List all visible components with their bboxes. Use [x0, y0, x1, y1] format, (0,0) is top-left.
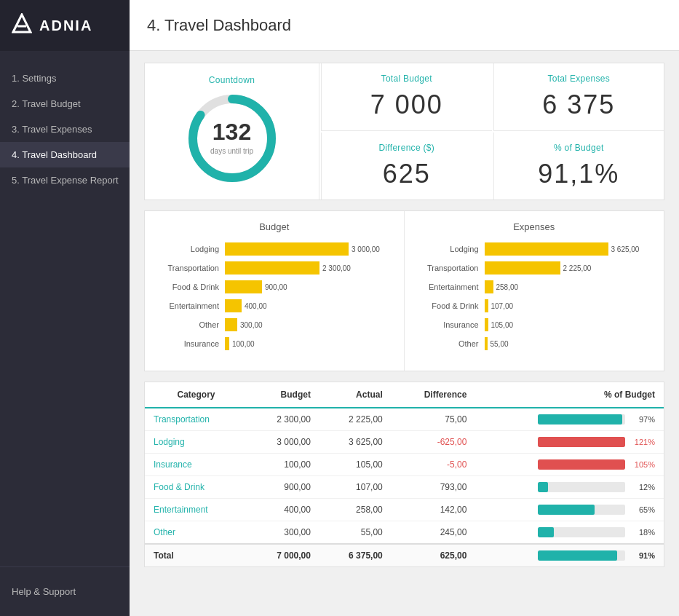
bar-value-label: 2 225,00	[563, 264, 592, 272]
col-pct-budget: % of Budget	[475, 382, 664, 408]
total-cell-0: Total	[145, 544, 247, 566]
bar-fill	[225, 280, 262, 293]
countdown-center: 132 days until trip	[210, 120, 253, 157]
bar-container: 107,00	[485, 299, 650, 312]
total-budget-card: Total Budget 7 000	[321, 63, 492, 131]
pct-budget-label: % of Budget	[509, 143, 650, 153]
table-body: Transportation2 300,002 225,0075,0097%Lo…	[145, 408, 664, 566]
bar-row: Lodging3 625,00	[419, 242, 650, 256]
logo-text: ADNIA	[39, 17, 92, 34]
total-budget-label: Total Budget	[336, 74, 477, 84]
budget-table: Category Budget Actual Difference % of B…	[145, 382, 664, 566]
bar-label: Insurance	[419, 320, 485, 329]
cell-difference: 245,00	[392, 521, 476, 545]
content-area: Countdown 132 days until trip Total Budg…	[130, 51, 679, 579]
table-row: Transportation2 300,002 225,0075,0097%	[145, 408, 664, 431]
bar-container: 900,00	[225, 280, 389, 293]
total-cell-pct: 91%	[475, 544, 664, 566]
kpi-row: Countdown 132 days until trip Total Budg…	[144, 63, 664, 200]
cell-budget: 100,00	[247, 454, 319, 476]
pct-budget-card: % of Budget 91,1%	[493, 133, 664, 200]
cell-category: Food & Drink	[145, 476, 247, 499]
bar-fill	[225, 299, 242, 312]
bar-container: 55,00	[485, 337, 650, 350]
cell-pct-budget: 12%	[475, 476, 664, 499]
sidebar-nav: 1. Settings 2. Travel Budget 3. Travel E…	[0, 51, 130, 566]
bar-row: Entertainment258,00	[419, 280, 650, 293]
bar-container: 258,00	[485, 280, 650, 293]
countdown-number: 132	[210, 120, 253, 143]
bar-value-label: 900,00	[265, 283, 287, 291]
cell-budget: 400,00	[247, 499, 319, 521]
total-cell-3: 625,00	[392, 544, 476, 566]
logo-icon	[12, 13, 32, 38]
main-content: 4. Travel Dashboard Countdown 132 days u…	[130, 0, 679, 616]
total-cell-1: 7 000,00	[247, 544, 319, 566]
sidebar-item-travel-budget[interactable]: 2. Travel Budget	[0, 91, 130, 117]
bar-value-label: 107,00	[491, 302, 514, 310]
bar-fill	[485, 242, 608, 256]
cell-difference: 142,00	[392, 499, 476, 521]
col-actual: Actual	[319, 382, 392, 408]
bar-container: 3 000,00	[225, 242, 389, 256]
total-expenses-value: 6 375	[509, 90, 650, 120]
bar-label: Lodging	[419, 245, 485, 253]
sidebar-logo: ADNIA	[0, 0, 130, 51]
cell-category: Insurance	[145, 454, 247, 476]
cell-category: Lodging	[145, 431, 247, 454]
col-budget: Budget	[247, 382, 319, 408]
bar-label: Other	[419, 339, 485, 348]
cell-pct-budget: 105%	[475, 454, 664, 476]
bar-label: Insurance	[159, 339, 225, 348]
cell-pct-budget: 121%	[475, 431, 664, 454]
bar-fill	[225, 337, 229, 350]
difference-card: Difference ($) 625	[321, 133, 492, 200]
bar-label: Entertainment	[419, 283, 485, 291]
bar-fill	[485, 337, 488, 350]
cell-difference: -5,00	[392, 454, 476, 476]
cell-actual: 258,00	[319, 499, 392, 521]
cell-budget: 900,00	[247, 476, 319, 499]
table-section: Category Budget Actual Difference % of B…	[144, 382, 664, 567]
cell-budget: 300,00	[247, 521, 319, 545]
bar-fill	[225, 261, 319, 275]
cell-actual: 3 625,00	[319, 431, 392, 454]
cell-actual: 107,00	[319, 476, 392, 499]
sidebar-item-travel-expenses[interactable]: 3. Travel Expenses	[0, 117, 130, 142]
cell-difference: 75,00	[392, 408, 476, 431]
bar-container: 400,00	[225, 299, 389, 312]
budget-chart: Budget Lodging3 000,00Transportation2 30…	[145, 211, 405, 371]
bar-row: Food & Drink107,00	[419, 299, 650, 312]
budget-chart-title: Budget	[159, 221, 389, 232]
countdown-label: Countdown	[209, 75, 255, 85]
sidebar-item-help-support[interactable]: Help & Support	[12, 579, 118, 604]
difference-label: Difference ($)	[336, 143, 477, 153]
svg-marker-0	[13, 15, 31, 32]
bar-label: Transportation	[419, 264, 485, 272]
total-expenses-card: Total Expenses 6 375	[493, 63, 664, 131]
difference-value: 625	[336, 159, 477, 189]
bar-row: Transportation2 225,00	[419, 261, 650, 275]
sidebar-item-travel-expense-report[interactable]: 5. Travel Expense Report	[0, 167, 130, 193]
bar-label: Lodging	[159, 245, 225, 253]
countdown-sub: days until trip	[210, 147, 253, 155]
bar-container: 2 225,00	[485, 261, 650, 275]
bar-label: Food & Drink	[419, 301, 485, 310]
bar-value-label: 55,00	[491, 340, 509, 348]
bar-row: Entertainment400,00	[159, 299, 389, 312]
sidebar-item-travel-dashboard[interactable]: 4. Travel Dashboard	[0, 142, 130, 167]
bar-fill	[225, 242, 349, 256]
sidebar-item-settings[interactable]: 1. Settings	[0, 66, 130, 91]
main-header: 4. Travel Dashboard	[130, 0, 679, 51]
bar-value-label: 3 000,00	[352, 245, 380, 253]
cell-difference: 793,00	[392, 476, 476, 499]
expenses-chart-title: Expenses	[419, 221, 650, 232]
countdown-card: Countdown 132 days until trip	[145, 63, 319, 200]
bar-row: Other300,00	[159, 318, 389, 331]
bar-container: 105,00	[485, 318, 650, 331]
table-header-row: Category Budget Actual Difference % of B…	[145, 382, 664, 408]
bar-fill	[485, 299, 488, 312]
bar-container: 100,00	[225, 337, 389, 350]
cell-actual: 55,00	[319, 521, 392, 545]
bar-value-label: 2 300,00	[322, 264, 351, 272]
